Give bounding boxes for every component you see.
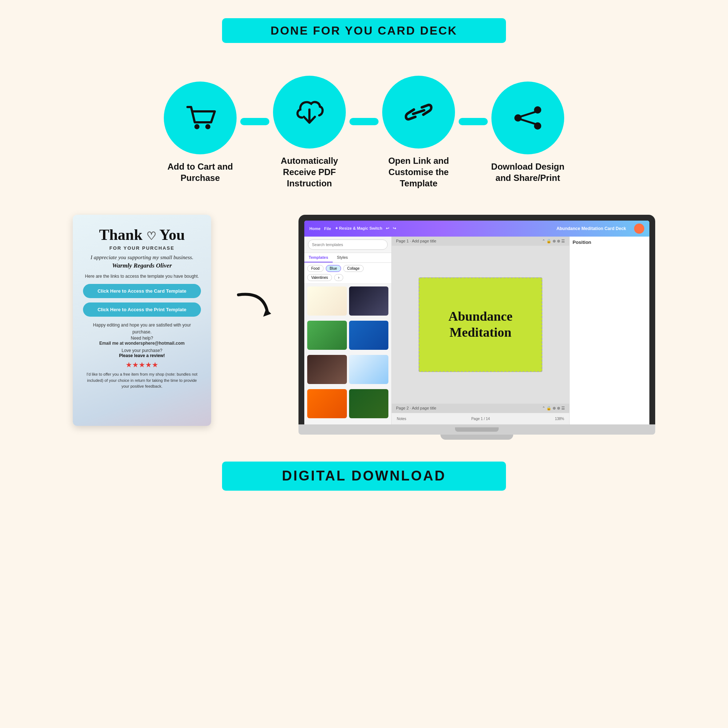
thumbnail-4[interactable] [349,321,389,350]
thank-you-card: Thank ♡ You FOR YOUR PURCHASE I apprecia… [73,215,211,426]
top-banner: DONE FOR YOU CARD DECK [222,18,506,43]
step-2-circle [273,76,346,148]
thank-title: Thank ♡ You [83,226,201,244]
free-item-text: I'd like to offer you a free item from m… [83,371,201,390]
canva-search-input[interactable] [308,240,388,250]
page-1-label: Page 1 · Add page title [396,239,436,243]
print-template-button[interactable]: Click Here to Access the Print Template [83,303,201,317]
canva-avatar [634,223,644,234]
canva-bottom-bar: Notes Page 1 / 14 138% [392,413,569,424]
canva-filters: Food Blue Collage Valentines › [304,263,391,284]
canva-thumbnails-grid [304,284,391,424]
canva-tabs: Templates Styles [304,253,391,263]
step-3-circle [382,76,455,148]
thumbnail-2[interactable] [349,286,389,316]
share-icon [511,103,544,133]
svg-point-0 [194,124,199,129]
step-1-label: Add to Cart and Purchase [160,161,240,184]
top-banner-text: DONE FOR YOU CARD DECK [271,24,457,37]
card-preview: Abundance Meditation [419,277,542,372]
filter-valentines[interactable]: Valentines [307,274,332,281]
laptop-base [298,424,655,434]
step-3: Open Link and Customise the Template [379,76,459,189]
warmly-text: Warmly Regards Oliver [83,262,201,269]
notes-label[interactable]: Notes [397,417,406,421]
toolbar-resize[interactable]: ✦ Resize & Magic Switch [335,226,382,231]
canva-right-panel: Position [569,237,649,424]
step-2: Automatically Receive PDF Instruction [269,76,349,189]
arrow-container [233,288,277,324]
canva-doc-title: Abundance Meditation Card Deck [557,226,626,231]
arrow-icon [235,288,275,324]
tab-styles[interactable]: Styles [333,253,352,262]
step-3-label: Open Link and Customise the Template [379,155,459,189]
bottom-banner-text: DIGITAL DOWNLOAD [282,468,446,484]
page-2-strip: Page 2 · Add page title ⌃ 🔒 ⊕ ⊗ ☰ [392,404,569,413]
step-2-label: Automatically Receive PDF Instruction [269,155,349,189]
svg-point-5 [514,114,522,122]
canva-body: Templates Styles Food Blue Collage Valen… [304,237,649,424]
for-purchase-text: FOR YOUR PURCHASE [83,245,201,251]
bottom-banner: DIGITAL DOWNLOAD [222,462,506,491]
svg-line-8 [521,119,535,124]
svg-point-1 [205,124,210,129]
email-text: Email me at wondersphere@hotmail.com [99,341,185,346]
canva-search-area [304,237,391,253]
link-icon [402,99,435,125]
laptop-outer: Home File ✦ Resize & Magic Switch ↩ ↪ Ab… [298,215,655,424]
connector-3 [459,118,488,125]
thumbnail-5[interactable] [307,355,347,384]
thumbnail-7[interactable] [307,389,347,418]
page-2-label: Page 2 · Add page title [396,406,436,410]
bottom-section: Thank ♡ You FOR YOUR PURCHASE I apprecia… [0,215,728,440]
love-purchase-text: Love your purchase? [83,348,201,353]
laptop-container: Home File ✦ Resize & Magic Switch ↩ ↪ Ab… [298,215,655,440]
thumbnail-6[interactable] [349,355,389,384]
filter-more[interactable]: › [334,274,343,281]
laptop-notch [455,427,499,432]
page-1-strip: Page 1 · Add page title ⌃ 🔒 ⊕ ⊗ ☰ [392,237,569,246]
step-4: Download Design and Share/Print [488,81,568,184]
laptop-stand [440,434,513,440]
zoom-level[interactable]: 138% [555,417,564,421]
right-panel-title: Position [573,240,647,245]
svg-line-3 [413,110,424,114]
thumbnail-1[interactable] [307,286,347,316]
filter-blue[interactable]: Blue [326,265,341,272]
steps-row: Add to Cart and Purchase Automatically R… [0,76,728,189]
canva-canvas-area[interactable]: Abundance Meditation [392,246,569,404]
need-help-text: Need help? Email me at wondersphere@hotm… [83,336,201,346]
step-1: Add to Cart and Purchase [160,81,240,184]
card-template-button[interactable]: Click Here to Access the Card Template [83,284,201,298]
cart-icon [184,103,217,133]
thumbnail-3[interactable] [307,321,347,350]
page-count: Page 1 / 14 [471,417,490,421]
step-1-circle [164,81,237,154]
connector-1 [240,118,269,125]
star-rating: ★★★★★ [83,360,201,369]
toolbar-undo[interactable]: ↩ [386,226,389,231]
svg-line-7 [521,112,535,116]
page-2-controls: ⌃ 🔒 ⊕ ⊗ ☰ [542,406,565,411]
heart-icon: ♡ [146,230,156,242]
step-4-label: Download Design and Share/Print [488,161,568,184]
toolbar-home[interactable]: Home [309,226,321,231]
tab-templates[interactable]: Templates [304,253,333,262]
toolbar-redo[interactable]: ↪ [393,226,396,231]
page-1-controls: ⌃ 🔒 ⊕ ⊗ ☰ [542,239,565,243]
step-4-circle [491,81,564,154]
filter-food[interactable]: Food [307,265,324,272]
svg-marker-9 [263,309,271,317]
filter-collage[interactable]: Collage [343,265,364,272]
canva-toolbar: Home File ✦ Resize & Magic Switch ↩ ↪ Ab… [304,220,649,237]
connector-2 [349,118,379,125]
cloud-download-icon [293,96,326,128]
toolbar-file[interactable]: File [324,226,331,231]
here-links-text: Here are the links to access the templat… [83,274,201,279]
please-review-text: Please leave a review! [83,353,201,358]
appreciate-text: I appreciate you supporting my small bus… [83,254,201,261]
canva-sidebar: Templates Styles Food Blue Collage Valen… [304,237,392,424]
happy-editing-text: Happy editing and hope you are satisfied… [83,322,201,336]
canva-main: Page 1 · Add page title ⌃ 🔒 ⊕ ⊗ ☰ Abunda… [392,237,569,424]
thumbnail-8[interactable] [349,389,389,418]
